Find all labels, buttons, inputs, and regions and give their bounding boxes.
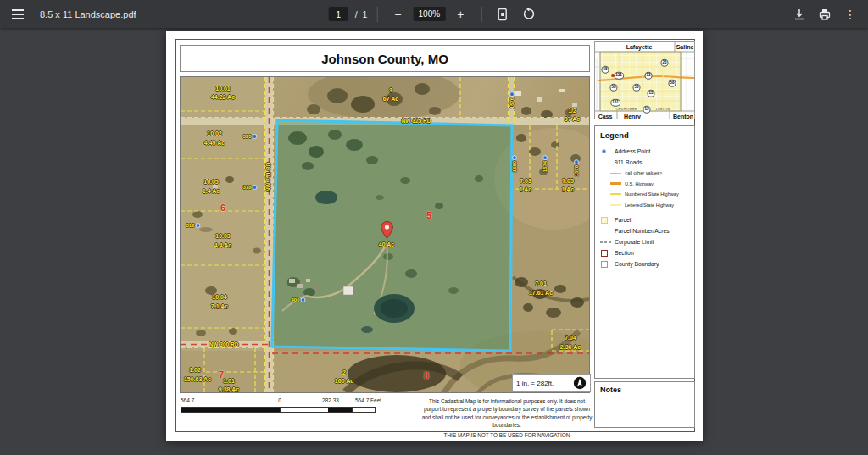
parcel-label: 1.02 — [189, 367, 201, 373]
address-point-marker — [611, 74, 615, 77]
toolbar-divider — [376, 7, 377, 22]
county-inset-map: Lafayette Saline Cass Henry Benton CHILH… — [594, 41, 695, 119]
county-boundary-swatch-icon — [601, 261, 608, 268]
highway-shield: 131 — [610, 99, 620, 107]
town-label-chilhowee: CHILHOWEE — [616, 108, 637, 111]
more-options-button[interactable]: ⋮ — [839, 3, 861, 25]
parcel-label: 37 Ac — [565, 116, 580, 122]
scale-bar-graphic — [181, 407, 376, 413]
highway-shield: 13 — [644, 72, 652, 80]
notes-header: Notes — [600, 386, 694, 394]
legend-item: Parcel Number/Acres — [600, 225, 694, 236]
rotate-counterclockwise-icon — [521, 8, 535, 21]
county-label-cass: Cass — [598, 114, 613, 119]
parcel-label: 7.04 — [565, 335, 576, 341]
section-number: 5 — [426, 211, 431, 220]
parcel-label: 4.4 Ac — [214, 242, 231, 248]
menu-icon — [12, 9, 24, 19]
page-number-input[interactable] — [329, 7, 348, 21]
toolbar-right-group: ⋮ — [788, 0, 861, 28]
parcel-label: 1/2 — [568, 108, 576, 114]
parcel-label: 1.01 — [223, 378, 235, 384]
highway-shield: 13 — [643, 106, 650, 114]
parcel-label: 10.05 — [203, 179, 219, 185]
legend: Legend Address Point 911 Roads <all othe… — [594, 125, 695, 379]
highway-shield: 131 — [614, 72, 624, 80]
zoom-in-button[interactable]: + — [449, 3, 471, 25]
address-point-label: 323 — [242, 134, 257, 139]
parcel-label: 1 Ac — [520, 186, 532, 192]
address-point-label: 1574 — [542, 155, 548, 172]
parcel-swatch-icon — [601, 217, 608, 224]
parcel-label: 7.05 — [562, 178, 574, 184]
county-label-benton: Benton — [673, 114, 693, 119]
map-label-layer: 10.0144.22 Ac10.024.49 Ac10.051.4 Ac10.0… — [181, 77, 590, 393]
section-number: 8 — [424, 371, 429, 380]
parcel-label: 1 Ac — [562, 186, 575, 192]
fit-page-button[interactable] — [491, 3, 513, 25]
parcel-label: 7.01 — [535, 280, 547, 286]
download-button[interactable] — [788, 3, 810, 25]
parcel-label: 9.38 Ac — [219, 386, 239, 392]
disclaimer-body: This Cadastral Map is for informational … — [420, 397, 593, 429]
section-swatch-icon — [601, 250, 608, 257]
section-number: 7 — [219, 370, 224, 380]
map-title-box: Johnson County, MO — [180, 45, 590, 72]
menu-button[interactable] — [7, 3, 29, 25]
parcel-label: 44.22 Ac — [211, 94, 235, 100]
county-label-saline: Saline — [676, 44, 694, 50]
address-point-label: 1578 — [574, 159, 579, 176]
highway-shield: 58 — [601, 66, 609, 74]
parcel-label: 160 Ac — [335, 378, 353, 384]
address-point-label: 400 — [291, 297, 305, 302]
town-label-leeton: LEETON — [656, 108, 670, 111]
legend-item: Lettered State Highway — [600, 200, 694, 211]
legend-item: Section — [600, 247, 694, 258]
download-icon — [793, 8, 806, 21]
parcel-label: 7.1 Ac — [211, 303, 228, 309]
map-title: Johnson County, MO — [321, 52, 448, 66]
pdf-page: Johnson County, MO — [166, 31, 703, 441]
scale-note-text: 1 in. = 282ft. — [516, 380, 554, 387]
parcel-label: 10.03 — [215, 233, 231, 239]
fit-page-icon — [495, 8, 509, 21]
section-number: 6 — [220, 203, 225, 213]
parcel-label: 2 — [342, 369, 346, 375]
aerial-map: 10.0144.22 Ac10.024.49 Ac10.051.4 Ac10.0… — [180, 76, 590, 393]
disclaimer: This Cadastral Map is for informational … — [420, 397, 593, 439]
toolbar-left-group: 8.5 x 11 Landscape.pdf — [7, 0, 136, 28]
legend-item: Numbered State Highway — [600, 189, 694, 200]
parcel-label: 4.49 Ac — [204, 140, 225, 146]
parcel-label: 10.02 — [207, 130, 222, 136]
notes-panel: Notes — [594, 381, 695, 428]
us-highway-line-icon — [610, 182, 621, 185]
parcel-label: 10.01 — [215, 86, 231, 92]
zoom-out-button[interactable]: − — [387, 3, 409, 25]
parcel-label: 2.36 Ac — [560, 344, 581, 350]
document-title: 8.5 x 11 Landscape.pdf — [40, 9, 136, 19]
legend-item: <all other values> — [600, 168, 694, 179]
address-point-label: 1576 — [509, 92, 515, 108]
page-count-label: / 1 — [355, 9, 368, 19]
address-point-label: 1560 — [512, 155, 517, 172]
parcel-label: 17.61 Ac — [529, 290, 553, 296]
address-point-icon — [602, 149, 606, 153]
county-label-lafayette: Lafayette — [626, 44, 653, 50]
zoom-level-display[interactable]: 100% — [413, 7, 445, 21]
highway-shield: 58 — [609, 84, 617, 92]
legend-header: Legend — [600, 130, 694, 140]
disclaimer-footer: THIS MAP IS NOT TO BE USED FOR NAVIGATIO… — [420, 431, 593, 439]
legend-item: 911 Roads — [600, 157, 694, 168]
print-button[interactable] — [814, 3, 836, 25]
legend-item: County Boundary — [600, 258, 694, 269]
parcel-label: 150.63 Ac — [184, 376, 211, 382]
rotate-button[interactable] — [517, 3, 539, 25]
legend-item: Address Point — [600, 146, 694, 157]
county-label-henry: Henry — [624, 114, 641, 119]
print-icon — [818, 8, 832, 21]
lettered-state-highway-line-icon — [610, 204, 621, 206]
toolbar-divider — [481, 7, 481, 22]
toolbar-center-group: / 1 − 100% + — [329, 0, 540, 28]
north-compass-icon — [573, 376, 587, 390]
legend-item: U.S. Highway — [600, 179, 694, 190]
